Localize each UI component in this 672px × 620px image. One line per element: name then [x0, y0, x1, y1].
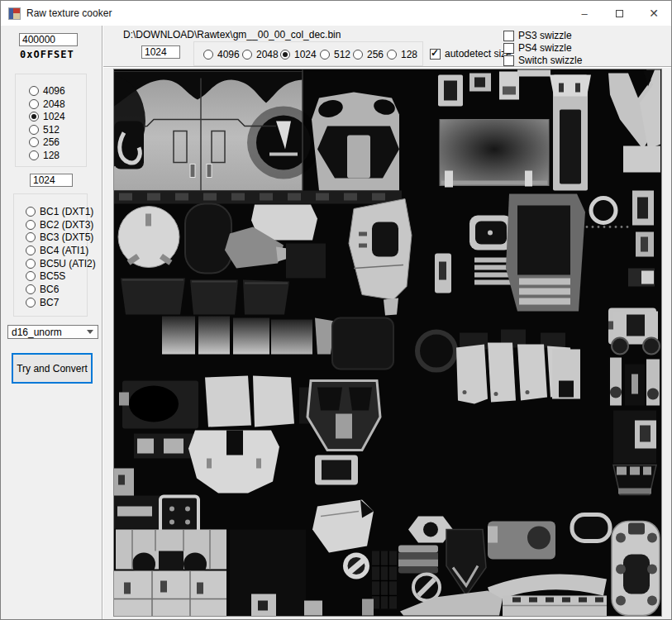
radio-icon[interactable]: [26, 220, 36, 230]
radio-icon[interactable]: [29, 86, 39, 96]
offset-input[interactable]: [19, 33, 78, 46]
radio-icon[interactable]: [387, 50, 397, 60]
format-dropdown[interactable]: d16_unorm: [7, 325, 98, 339]
maximize-button[interactable]: [602, 1, 636, 26]
maximize-icon: [616, 10, 623, 17]
format-option-bc1[interactable]: BC1 (DXT1): [26, 206, 93, 217]
sidebar-size-input[interactable]: [30, 174, 73, 187]
format-option-bc6[interactable]: BC6: [26, 284, 59, 295]
radio-icon[interactable]: [29, 112, 39, 122]
topbar-size-option-1024[interactable]: 1024: [280, 49, 317, 60]
app-window: Raw texture cooker – ✕ 0xOFFSET 4096 204…: [0, 0, 672, 620]
texture-preview[interactable]: [113, 69, 662, 617]
sidebar-size-option-4096[interactable]: 4096: [29, 85, 65, 97]
sidebar-size-option-128[interactable]: 128: [29, 150, 60, 161]
checkbox-icon[interactable]: ✓: [503, 55, 514, 66]
file-path-label: D:\DOWNLOAD\Rawtex\gm__00_00_col_dec.bin: [123, 29, 341, 41]
radio-icon[interactable]: [203, 50, 213, 60]
format-option-bc3[interactable]: BC3 (DXT5): [26, 231, 93, 243]
offset-label: 0xOFFSET: [20, 49, 74, 60]
sidebar-size-option-512[interactable]: 512: [29, 124, 60, 136]
app-icon: [8, 7, 21, 20]
radio-icon[interactable]: [26, 271, 36, 281]
try-and-convert-button[interactable]: Try and Convert: [12, 353, 93, 384]
format-option-bc5s[interactable]: BC5S: [26, 270, 65, 282]
radio-icon[interactable]: [280, 50, 290, 60]
titlebar: Raw texture cooker – ✕: [1, 1, 671, 26]
format-option-bc2[interactable]: BC2 (DXT3): [26, 219, 93, 231]
radio-icon[interactable]: [29, 150, 39, 160]
ps3-swizzle-checkbox[interactable]: ✓ PS3 swizzle: [503, 30, 572, 41]
sidebar-size-option-1024[interactable]: 1024: [29, 111, 65, 122]
topbar-size-option-512[interactable]: 512: [320, 49, 350, 60]
radio-icon[interactable]: [29, 125, 39, 135]
radio-icon[interactable]: [26, 298, 36, 308]
radio-icon[interactable]: [320, 50, 330, 60]
topbar-size-option-2048[interactable]: 2048: [242, 49, 279, 60]
sidebar-size-option-256[interactable]: 256: [29, 136, 60, 148]
topbar-size-option-4096[interactable]: 4096: [203, 49, 240, 60]
chevron-down-icon: [87, 330, 93, 334]
topbar-size-input[interactable]: [141, 45, 180, 59]
minimize-icon: –: [581, 7, 587, 20]
checkbox-icon[interactable]: ✓: [503, 43, 514, 54]
radio-icon[interactable]: [26, 259, 36, 269]
format-option-bc4[interactable]: BC4 (ATI1): [26, 245, 88, 256]
checkmark-icon: ✓: [431, 47, 439, 59]
format-option-bc7[interactable]: BC7: [26, 297, 59, 308]
radio-icon[interactable]: [29, 137, 39, 147]
window-title: Raw texture cooker: [26, 7, 112, 19]
switch-swizzle-checkbox[interactable]: ✓ Switch swizzle: [503, 55, 582, 66]
radio-icon[interactable]: [26, 207, 36, 217]
format-option-bc5u[interactable]: BC5U (ATI2): [26, 258, 96, 269]
ps4-swizzle-checkbox[interactable]: ✓ PS4 swizzle: [503, 42, 572, 54]
autodetect-size-checkbox[interactable]: ✓ autodetect size: [430, 48, 512, 60]
radio-icon[interactable]: [29, 99, 39, 109]
texture-atlas-image: [114, 69, 661, 616]
radio-icon[interactable]: [353, 50, 363, 60]
radio-icon[interactable]: [26, 232, 36, 242]
close-icon: ✕: [649, 7, 659, 20]
close-button[interactable]: ✕: [636, 1, 671, 26]
minimize-button[interactable]: –: [567, 1, 602, 26]
sidebar-size-option-2048[interactable]: 2048: [29, 98, 65, 110]
checkbox-icon[interactable]: ✓: [503, 31, 514, 41]
radio-icon[interactable]: [26, 246, 36, 255]
topbar-size-option-256[interactable]: 256: [353, 49, 384, 60]
radio-icon[interactable]: [242, 50, 252, 60]
topbar-size-option-128[interactable]: 128: [387, 49, 417, 60]
checkbox-icon[interactable]: ✓: [430, 49, 441, 60]
radio-icon[interactable]: [26, 284, 36, 294]
